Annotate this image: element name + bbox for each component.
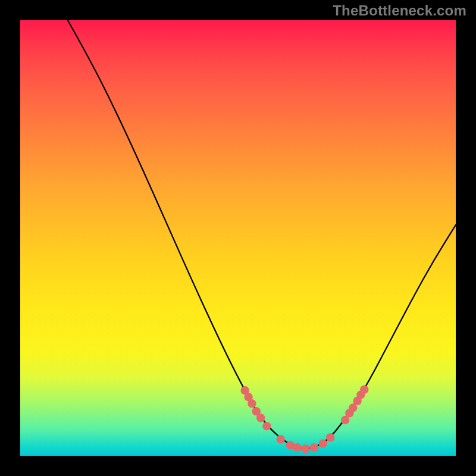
chart-stage: TheBottleneck.com <box>0 0 476 476</box>
data-dot <box>277 435 285 443</box>
data-dot <box>360 386 368 394</box>
data-dot <box>262 422 271 430</box>
chart-svg <box>20 20 456 456</box>
data-dot <box>310 443 318 452</box>
watermark-text: TheBottleneck.com <box>333 4 466 18</box>
plot-area <box>20 20 456 456</box>
data-dot <box>256 414 265 422</box>
performance-curve <box>68 20 456 449</box>
dot-cluster <box>241 386 369 453</box>
data-dot <box>326 433 334 441</box>
data-dot <box>301 444 309 453</box>
data-dot <box>293 443 301 452</box>
data-dot <box>248 399 256 408</box>
data-dot <box>319 439 327 447</box>
